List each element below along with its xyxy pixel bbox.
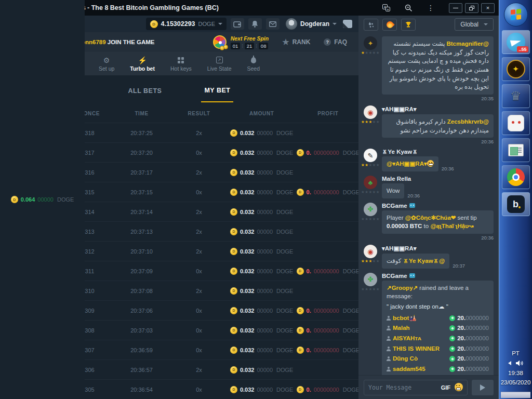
taskbar-window-app[interactable]	[502, 138, 530, 162]
taskbar-telegram[interactable]: ..55	[502, 30, 530, 54]
message-timestamp: 20:36	[407, 193, 420, 198]
taskbar-crown-app[interactable]: ♛	[502, 84, 530, 108]
chat-username: ▾AH▣▣RA▾	[382, 105, 494, 113]
taskbar-bcgame[interactable]: b	[502, 192, 530, 216]
clock[interactable]: 19:38	[508, 370, 523, 376]
green-coin-icon	[449, 336, 455, 341]
doge-coin-icon: D	[230, 307, 237, 314]
date[interactable]: 23/05/2020	[501, 379, 531, 385]
chrome-icon	[507, 168, 525, 186]
message-input[interactable]: Your Message GIF	[364, 380, 468, 395]
col-header-profit: PROFIT	[298, 111, 358, 116]
doge-coin-icon: D	[297, 347, 304, 354]
star-rating: ★★★★★	[361, 259, 380, 263]
rain-recipient-row: saddam54520.0000000	[387, 365, 489, 374]
doge-coin-icon: D	[297, 307, 304, 314]
balance-selector[interactable]: D 4.15302293 DOGE	[146, 18, 227, 30]
minimize-button[interactable]	[449, 3, 462, 13]
user-menu[interactable]: Dogderan	[286, 18, 337, 30]
tool-seed[interactable]: Seed	[247, 56, 260, 72]
mention[interactable]: @ꊼYe Kyawꊼ	[403, 258, 445, 264]
system-tray: PT 19:38 23/05/2020	[501, 350, 531, 399]
rain-amount: 20.0000000	[457, 334, 489, 343]
wallet-button[interactable]	[231, 18, 244, 30]
rain-recipient-name[interactable]: THIS IS WINNER	[393, 344, 449, 353]
bet-amount: D0.03200000DOGE	[226, 248, 298, 255]
start-button[interactable]	[504, 3, 528, 26]
rain-recipient-row: Malah20.0000000	[387, 324, 489, 332]
show-hidden-icons[interactable]	[508, 361, 511, 365]
tool-label: Seed	[247, 65, 260, 72]
faq-button[interactable]: ? FAQ	[324, 38, 347, 46]
doge-coin-icon: D	[297, 327, 304, 334]
restore-button[interactable]	[465, 3, 478, 13]
gear-icon: ⚙	[103, 56, 110, 64]
trophy-icon[interactable]	[401, 19, 416, 31]
notifications-bell-button[interactable]	[248, 18, 262, 30]
avatar[interactable]: ♣	[364, 176, 377, 189]
rain-recipient-name[interactable]: bcbot🎎	[393, 314, 449, 323]
rain-recipient-row: bcbot🎎20.0000000	[387, 314, 489, 323]
mention[interactable]: @▾AH▣▣RA▾	[387, 161, 427, 167]
green-coin-icon	[449, 315, 455, 321]
avatar[interactable]: ✤	[364, 273, 377, 286]
app-window-icon	[508, 144, 524, 156]
bet-time: 20:37:06	[111, 308, 172, 314]
tool-keys[interactable]: Hot keys	[170, 56, 192, 72]
chat-toggle-icon[interactable]	[343, 20, 352, 28]
col-header-result: RESULT	[172, 111, 226, 116]
show-desktop-button[interactable]	[501, 392, 531, 398]
send-button[interactable]	[472, 380, 494, 395]
doge-coin-icon: D	[230, 347, 237, 354]
avatar[interactable]: ✦	[364, 36, 377, 50]
spin-wheel-icon	[213, 35, 227, 49]
avatar[interactable]: ◉	[364, 105, 377, 119]
bet-result: 0x	[172, 327, 226, 334]
avatar[interactable]: ✤	[364, 203, 377, 216]
gif-button[interactable]: GIF	[441, 384, 450, 391]
taskbar-chrome[interactable]	[502, 165, 530, 189]
rain-icon[interactable]	[364, 19, 378, 31]
rain-amount: 20.0000000	[457, 365, 489, 374]
table-row[interactable]: 797145930168230620:36:572xD0.03200000DOG…	[0, 360, 358, 379]
doge-coin-icon: D	[230, 129, 237, 137]
free-spin-widget[interactable]: Next Free Spin 01:21:08	[213, 35, 269, 49]
fireball-icon[interactable]	[382, 19, 397, 31]
mention[interactable]: @Zecsbhkrvrb	[447, 118, 489, 125]
avatar[interactable]: ◉	[364, 245, 377, 258]
bet-amount: D0.03200000DOGE	[226, 149, 298, 156]
speaker-icon[interactable]	[515, 360, 524, 367]
taskbar-dice-app[interactable]	[502, 111, 530, 135]
menu-dots-icon[interactable]: ⋮	[427, 4, 434, 12]
chat-username: BCGame	[382, 203, 494, 209]
close-button[interactable]: ×	[481, 3, 495, 13]
taskbar-conquer-game[interactable]: ✦	[502, 57, 530, 81]
tab-my-bet[interactable]: MY BET	[201, 77, 233, 102]
balance-currency: DOGE	[198, 21, 215, 27]
mention[interactable]: @✿Côηc✻Chúa❤	[405, 215, 456, 221]
mention[interactable]: @ąʅThaĩ ʅHậυ↝	[430, 223, 473, 229]
emoji-button[interactable]	[455, 383, 463, 392]
green-coin-icon	[449, 325, 455, 331]
channel-selector[interactable]: Global	[455, 18, 494, 31]
chat-message: ♣★★★★★Male RellaWow20:36	[363, 176, 494, 198]
mail-button[interactable]	[266, 18, 280, 30]
rain-recipient-name[interactable]: Malah	[393, 324, 449, 332]
language-indicator[interactable]: PT	[512, 350, 520, 356]
tool-chart[interactable]: ↗Live State	[207, 56, 232, 72]
rain-user-mention[interactable]: ↗Groopy↗	[387, 285, 418, 291]
doge-coin-icon: D	[297, 149, 304, 156]
translate-icon[interactable]: Aa	[382, 4, 390, 11]
tool-gear[interactable]: ⚙Set up	[99, 56, 114, 72]
rank-button[interactable]: ★ RANK	[282, 37, 310, 47]
tab-all-bets[interactable]: ALL BETS	[125, 78, 165, 102]
tool-bolt[interactable]: ⚡Turbo bet	[130, 56, 155, 72]
rain-recipient-name[interactable]: saddam545	[393, 365, 449, 374]
doge-coin-icon: D	[11, 196, 18, 203]
mention[interactable]: @Btcmagnifier	[446, 41, 489, 47]
avatar[interactable]: ✎	[364, 149, 377, 162]
chat-bubble: @Btcmagnifier پشت سیستم نشسته راحت گوز گ…	[382, 36, 494, 95]
rain-recipient-name[interactable]: AISYAHᴛᴀ	[393, 334, 449, 343]
rain-recipient-name[interactable]: Dũng Cò	[393, 354, 449, 363]
zoom-out-icon[interactable]	[405, 4, 413, 12]
